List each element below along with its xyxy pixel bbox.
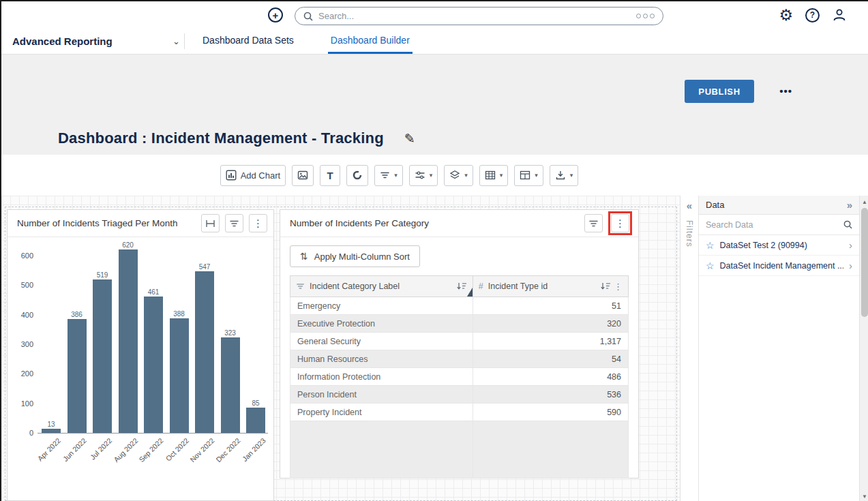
filters-strip[interactable]: « Filters (680, 196, 699, 501)
caret-down-icon: ▾ (500, 172, 503, 179)
layout-button[interactable]: ▾ (514, 165, 543, 186)
bar-group: 85 (245, 399, 267, 433)
table-row[interactable]: General Security1,317 (290, 333, 629, 350)
scroll-down-icon[interactable]: ▼ (860, 491, 868, 501)
bar[interactable] (68, 319, 87, 433)
help-icon[interactable]: ? (805, 8, 820, 22)
chart-menu-button[interactable]: ⋮ (249, 214, 267, 232)
category-cell: Information Protection (290, 368, 473, 386)
dataset-item[interactable]: ☆DataSet Test 2 (90994)› (699, 235, 859, 256)
kebab-icon: ⋮ (615, 217, 625, 230)
multi-column-sort-button[interactable]: ⇅ Apply Multi-Column Sort (290, 245, 420, 267)
scroll-up-icon[interactable]: ▲ (860, 197, 868, 207)
bar-value-label: 547 (199, 263, 211, 271)
table-row[interactable]: Property Incident590 (290, 404, 629, 421)
value-cell: 590 (473, 404, 628, 421)
y-tick-label: 200 (14, 369, 33, 378)
x-tick: Nov 2022 (194, 434, 215, 474)
search-input[interactable] (318, 11, 631, 21)
chart-plot: 1338651962046138854732385 01002003004005… (38, 248, 268, 434)
category-cell: Emergency (290, 297, 473, 315)
bar-group: 13 (40, 421, 62, 433)
publish-button[interactable]: PUBLISH (685, 80, 754, 103)
value-cell: 51 (473, 297, 628, 315)
text-button[interactable]: T (320, 165, 340, 186)
category-cell: Person Incident (290, 386, 473, 404)
app-window: + ⚙ ? Advanced Reporting ⌄ Dashboard Dat… (0, 0, 868, 501)
bar[interactable] (93, 279, 112, 433)
x-tick: Jan 2023 (245, 434, 267, 474)
bar-value-label: 13 (47, 421, 55, 428)
bar[interactable] (42, 429, 61, 433)
bar[interactable] (221, 337, 240, 433)
filter-button[interactable]: ▾ (374, 165, 403, 186)
sort-icon[interactable]: ⋮ (600, 282, 623, 292)
top-right-icons: ⚙ ? (779, 1, 847, 29)
sliders-button[interactable]: ▾ (409, 165, 438, 186)
column-header-category[interactable]: Incident Category Label (290, 276, 473, 297)
download-button[interactable]: ▾ (550, 165, 579, 186)
column-header-type-id[interactable]: # Incident Type id ⋮ (473, 276, 628, 297)
expand-panel-icon[interactable]: » (847, 199, 852, 211)
column-label: Incident Type id (488, 282, 548, 291)
bar-value-label: 620 (122, 241, 134, 249)
tab-dashboard-builder[interactable]: Dashboard Builder (328, 29, 413, 54)
bar[interactable] (195, 271, 214, 433)
empty-row (290, 421, 629, 479)
x-tick-label: Nov 2022 (188, 436, 215, 464)
fit-width-button[interactable] (201, 214, 220, 232)
image-icon (297, 170, 308, 181)
vertical-scrollbar[interactable]: ▲ ▼ (859, 196, 868, 501)
global-search[interactable] (295, 7, 663, 25)
add-chart-button[interactable]: Add Chart (220, 165, 286, 186)
chart-filter-button[interactable] (225, 214, 243, 232)
table-row[interactable]: Executive Protection320 (290, 315, 629, 333)
value-cell: 536 (473, 386, 628, 404)
bar[interactable] (170, 318, 189, 433)
column-menu-icon[interactable]: ⋮ (614, 282, 623, 292)
filters-tab[interactable]: Filters (685, 220, 694, 247)
bar[interactable] (119, 249, 138, 433)
search-options-icon[interactable] (636, 14, 655, 18)
table-row[interactable]: Person Incident536 (290, 386, 629, 404)
chart-widget[interactable]: Number of Incidents Triaged Per Month ⋮ (7, 209, 274, 501)
dataset-label: DataSet Test 2 (90994) (720, 241, 843, 250)
bar[interactable] (246, 408, 265, 433)
dataset-item[interactable]: ☆DataSet Incident Management ...› (699, 256, 859, 276)
data-search-input[interactable] (706, 220, 839, 230)
image-button[interactable] (292, 165, 314, 186)
filter-icon (296, 282, 305, 290)
more-options-icon[interactable]: ••• (779, 85, 792, 97)
edit-pencil-icon[interactable]: ✎ (404, 131, 415, 147)
data-panel: « Filters Data » ☆DataSet Test 2 (90994)… (680, 196, 859, 501)
dashboard-title-row: Dashboard : Incident Management - Tracki… (58, 130, 415, 147)
scrollbar-thumb[interactable] (861, 208, 868, 317)
column-resize-handle[interactable] (467, 288, 473, 297)
app-selector[interactable]: Advanced Reporting ⌄ (12, 29, 184, 54)
donut-chart-button[interactable] (346, 165, 368, 186)
table-filter-button[interactable] (584, 214, 603, 232)
chart-body: 1338651962046138854732385 01002003004005… (8, 237, 273, 474)
data-panel-header: Data » (699, 196, 859, 215)
bar[interactable] (144, 297, 163, 433)
table-button[interactable]: ▾ (479, 165, 509, 186)
caret-down-icon: ▾ (430, 172, 433, 179)
settings-gear-icon[interactable]: ⚙ (779, 7, 793, 23)
dashboard-canvas: Number of Incidents Triaged Per Month ⋮ (1, 196, 680, 501)
collapse-panel-icon[interactable]: « (687, 200, 692, 211)
table-row[interactable]: Emergency51 (290, 297, 629, 315)
user-icon[interactable] (832, 7, 847, 22)
table-menu-button[interactable]: ⋮ (611, 214, 629, 232)
table-row[interactable]: Information Protection486 (290, 368, 629, 386)
value-cell: 486 (473, 368, 628, 386)
add-icon[interactable]: + (268, 7, 283, 22)
bar-value-label: 85 (252, 399, 259, 407)
table-row[interactable]: Human Resources54 (290, 350, 629, 368)
sort-icon[interactable] (456, 282, 467, 290)
star-icon[interactable]: ☆ (706, 261, 715, 271)
tab-dashboard-data-sets[interactable]: Dashboard Data Sets (200, 29, 297, 54)
star-icon[interactable]: ☆ (706, 241, 715, 250)
layers-button[interactable]: ▾ (444, 165, 473, 186)
table-widget[interactable]: Number of Incidents Per Category ⋮ ⇅ App… (280, 209, 639, 479)
data-search[interactable] (699, 215, 859, 235)
